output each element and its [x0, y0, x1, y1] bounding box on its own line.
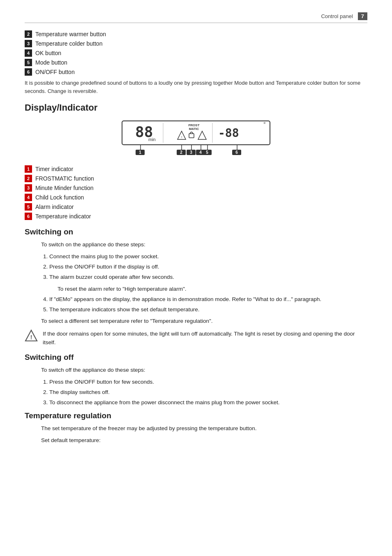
indicator-badge-5: 5 — [25, 203, 32, 211]
indicator-label-5: Alarm indicator — [35, 204, 74, 210]
list-item: 6 Temperature indicator — [25, 213, 367, 220]
switching-on-section: Switching on To switch on the appliance … — [25, 227, 367, 347]
switching-off-section: Switching off To switch off the applianc… — [25, 353, 367, 407]
svg-text:2: 2 — [180, 150, 182, 155]
switching-off-steps: Press the ON/OFF button for few seconds.… — [25, 378, 367, 407]
svg-rect-8 — [189, 134, 194, 138]
off-step-3: To disconnect the appliance from the pow… — [49, 398, 367, 407]
temperature-regulation-text2: Set default temperature: — [25, 436, 367, 445]
badge-6: 6 — [25, 68, 32, 76]
page-number: 7 — [358, 12, 367, 20]
indicator-label-3: Minute Minder function — [35, 185, 94, 191]
svg-text:min: min — [148, 137, 156, 142]
svg-marker-9 — [198, 131, 206, 139]
temperature-regulation-text1: The set temperature of the freezer may b… — [25, 424, 367, 433]
list-item: 3 Minute Minder function — [25, 184, 367, 192]
svg-text:6: 6 — [235, 150, 238, 155]
item-label-4: OK button — [35, 50, 61, 56]
step-4: If "dEMo" appears on the display, the ap… — [49, 295, 367, 304]
warning-triangle-icon: ! — [25, 329, 38, 342]
switching-on-steps: Connect the mains plug to the power sock… — [25, 253, 367, 282]
control-items-list: 2 Temperature warmer button 3 Temperatur… — [25, 30, 367, 76]
indicator-label-2: FROSTMATIC function — [35, 175, 94, 182]
item-label-2: Temperature warmer button — [35, 31, 106, 37]
indicator-label-4: Child Lock function — [35, 194, 84, 201]
indicator-badge-2: 2 — [25, 175, 32, 182]
indicator-badge-1: 1 — [25, 165, 32, 173]
svg-text:!: ! — [30, 334, 32, 341]
svg-text:-88: -88 — [218, 126, 239, 140]
indicator-label-6: Temperature indicator — [35, 213, 91, 220]
switching-off-intro: To switch off the appliance do these ste… — [25, 366, 367, 375]
item-label-5: Mode button — [35, 59, 67, 66]
svg-text:1: 1 — [139, 150, 141, 155]
svg-text:!: ! — [181, 135, 182, 139]
display-diagram-container: 88 min FROST MATIC ! — [25, 119, 367, 157]
page: Control panel 7 2 Temperature warmer but… — [0, 0, 392, 556]
svg-text:5: 5 — [206, 150, 208, 155]
list-item: 5 Mode button — [25, 59, 367, 66]
badge-4: 4 — [25, 49, 32, 57]
badge-3: 3 — [25, 40, 32, 47]
list-item: 3 Temperature colder button — [25, 40, 367, 47]
switching-on-intro: To switch on the appliance do these step… — [25, 241, 367, 249]
list-item: 5 Alarm indicator — [25, 203, 367, 211]
warning-icon: ! — [25, 329, 38, 345]
temperature-regulation-section: Temperature regulation The set temperatu… — [25, 411, 367, 445]
svg-text:MATIC: MATIC — [189, 127, 199, 131]
warning-box: ! If the door remains open for some minu… — [25, 330, 367, 347]
item-label-6: ON/OFF button — [35, 69, 75, 75]
temperature-regulation-title: Temperature regulation — [25, 411, 367, 420]
indicators-list: 1 Timer indicator 2 FROSTMATIC function … — [25, 165, 367, 220]
indicator-badge-6: 6 — [25, 213, 32, 220]
display-section: Display/Indicator 88 min FROST MATIC — [25, 102, 367, 220]
step-1: Connect the mains plug to the power sock… — [49, 253, 367, 261]
header-bar: Control panel 7 — [25, 12, 367, 23]
note-text: It is possible to change predefined soun… — [25, 79, 367, 95]
display-section-title: Display/Indicator — [25, 102, 367, 113]
svg-text:3: 3 — [190, 150, 192, 155]
indicator-badge-4: 4 — [25, 194, 32, 201]
header-title: Control panel — [321, 13, 353, 19]
step-2: Press the ON/OFF button if the display i… — [49, 263, 367, 271]
list-item: 2 Temperature warmer button — [25, 30, 367, 38]
svg-text:4: 4 — [199, 150, 202, 155]
list-item: 4 OK button — [25, 49, 367, 57]
off-step-2: The display switches off. — [49, 388, 367, 397]
switching-off-title: Switching off — [25, 353, 367, 362]
item-label-3: Temperature colder button — [35, 40, 102, 47]
list-item: 1 Timer indicator — [25, 165, 367, 173]
indicator-label-1: Timer indicator — [35, 166, 73, 172]
switching-on-outro: To select a different set temperature re… — [25, 317, 367, 326]
off-step-1: Press the ON/OFF button for few seconds. — [49, 378, 367, 387]
list-item: 4 Child Lock function — [25, 194, 367, 201]
badge-5: 5 — [25, 59, 32, 66]
switching-on-steps-cont: If "dEMo" appears on the display, the ap… — [25, 295, 367, 314]
switching-on-title: Switching on — [25, 227, 367, 236]
indicator-badge-3: 3 — [25, 184, 32, 192]
warning-text: If the door remains open for some minute… — [43, 330, 367, 347]
svg-text:FROST: FROST — [188, 123, 199, 127]
step-5: The temperature indicators show the set … — [49, 306, 367, 314]
step-3: The alarm buzzer could operate after few… — [49, 273, 367, 282]
list-item: 2 FROSTMATIC function — [25, 175, 367, 182]
step-3-sub: To reset the alarm refer to "High temper… — [25, 285, 367, 294]
display-diagram: 88 min FROST MATIC ! — [118, 119, 274, 157]
svg-text:°: ° — [263, 121, 266, 127]
badge-2: 2 — [25, 30, 32, 38]
list-item: 6 ON/OFF button — [25, 68, 367, 76]
display-svg: 88 min FROST MATIC ! — [118, 119, 274, 156]
